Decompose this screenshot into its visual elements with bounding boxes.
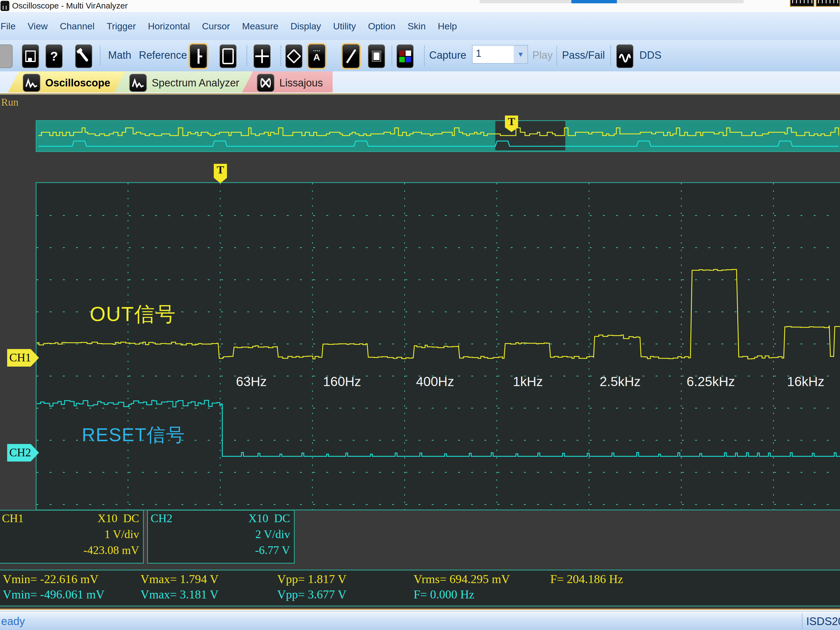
ch2-offset: -6.77 V: [255, 543, 290, 557]
run-status: Run: [1, 96, 18, 108]
ch1-measurement: F= 204.186 Hz: [550, 572, 623, 586]
ch1-measurement: Vmax= 1.794 V: [141, 572, 218, 586]
menu-item-utility[interactable]: Utility: [333, 21, 356, 32]
background-waveform-icon: [790, 0, 815, 7]
tab-bar: Oscilloscope Spectrum Analyzer Lissajous: [0, 71, 840, 95]
toolbar-separator: [246, 46, 247, 66]
menu-bar: FileViewChannelTriggerHorizontalCursorMe…: [0, 12, 840, 40]
line-draw-button[interactable]: [343, 44, 360, 68]
spectrum-icon: [129, 74, 147, 92]
help-icon: ?: [50, 49, 58, 64]
chevron-down-icon[interactable]: ▼: [514, 46, 527, 63]
toolbar-separator: [392, 46, 392, 66]
help-button[interactable]: ?: [46, 44, 63, 68]
toolbar: ? Math Reference A Capture 1 ▼ Play Pass…: [0, 40, 840, 72]
ch2-ground-marker[interactable]: CH2: [7, 444, 39, 461]
ch1-measurement: Vmin= -22.616 mV: [3, 572, 98, 586]
acquisition-overview-strip[interactable]: [36, 120, 840, 152]
status-separator: [802, 613, 802, 629]
trigger-marker-main[interactable]: T: [214, 164, 227, 183]
color-settings-button[interactable]: [396, 44, 414, 68]
save-icon: [25, 51, 36, 62]
tab-divider-gold: [0, 93, 840, 95]
menu-item-measure[interactable]: Measure: [242, 21, 278, 32]
menu-item-help[interactable]: Help: [438, 21, 457, 32]
pass-fail-button[interactable]: Pass/Fail: [562, 49, 605, 61]
ready-status: eady: [1, 615, 25, 627]
menu-item-skin[interactable]: Skin: [407, 21, 426, 32]
freq-label: 160Hz: [323, 374, 361, 389]
toolbar-separator: [100, 46, 100, 66]
ch1-ground-marker[interactable]: CH1: [7, 349, 39, 366]
cursor-mode-button[interactable]: [190, 44, 207, 68]
menu-item-trigger[interactable]: Trigger: [107, 21, 136, 32]
oscilloscope-icon: [23, 74, 40, 92]
ch1-info-panel[interactable]: CH1 X10 DC 1 V/div -423.08 mV: [0, 510, 144, 564]
wave-a-icon: A: [313, 50, 320, 63]
ch2-probe-coupling: X10 DC: [248, 512, 290, 525]
save-button[interactable]: [22, 44, 39, 68]
dds-label: DDS: [639, 49, 662, 61]
menu-item-cursor[interactable]: Cursor: [202, 21, 230, 32]
settings-button[interactable]: [75, 44, 92, 68]
math-button[interactable]: Math: [108, 49, 131, 61]
freq-label: 2.5kHz: [600, 374, 641, 389]
autoset-button[interactable]: [254, 44, 271, 68]
xy-mode-button[interactable]: [286, 44, 302, 68]
freq-label: 1kHz: [513, 374, 543, 389]
ch2-info-panel[interactable]: CH2 X10 DC 2 V/div -6.77 V: [147, 510, 295, 564]
toolbar-separator: [424, 46, 425, 66]
menu-item-display[interactable]: Display: [291, 21, 321, 32]
ch2-volts-per-div: 2 V/div: [256, 527, 290, 541]
waveform-display[interactable]: [36, 182, 840, 510]
ch1-measurement: Vpp= 1.817 V: [277, 572, 347, 586]
ch2-measurement: Vmin= -496.061 mV: [3, 587, 104, 602]
menu-item-option[interactable]: Option: [368, 21, 395, 32]
ch1-offset: -423.08 mV: [84, 543, 139, 557]
freq-label: 6.25kHz: [687, 374, 735, 389]
toolbar-separator: [557, 46, 557, 66]
diagonal-line-icon: [346, 49, 356, 63]
reset-signal-annotation: RESET信号: [82, 423, 185, 447]
screen-icon: [222, 48, 234, 64]
menu-item-file[interactable]: File: [0, 21, 16, 32]
autoset-icon: [255, 49, 269, 63]
tab-spectrum-analyzer[interactable]: Spectrum Analyzer: [113, 71, 258, 95]
dds-button[interactable]: [616, 44, 633, 68]
diamond-icon: [286, 49, 301, 64]
toolbar-separator: [610, 46, 611, 66]
stop-icon: [374, 52, 379, 60]
open-file-button[interactable]: [0, 44, 13, 68]
ch1-measurement: Vrms= 694.295 mV: [414, 572, 510, 586]
stop-button[interactable]: [368, 44, 385, 68]
menu-item-horizontal[interactable]: Horizontal: [148, 21, 190, 32]
lissajous-icon: [257, 74, 275, 92]
title-bar: Oscilloscope - Multi VirAnalyzer: [0, 0, 840, 12]
ch2-measurement: Vpp= 3.677 V: [277, 587, 347, 602]
menu-item-channel[interactable]: Channel: [60, 21, 95, 32]
measurement-bar: Vmin= -22.616 mVVmax= 1.794 VVpp= 1.817 …: [0, 570, 840, 606]
vertical-cursor-icon: [197, 49, 199, 64]
menu-item-view[interactable]: View: [28, 21, 48, 32]
freq-label: 63Hz: [236, 374, 267, 389]
tab-lissajous[interactable]: Lissajous: [241, 71, 333, 95]
status-bar: eady ISDS205: [0, 611, 840, 630]
ch1-panel-name: CH1: [2, 512, 24, 525]
waveform-annotation-button[interactable]: A: [308, 44, 325, 68]
wrench-icon: [79, 51, 88, 62]
ch2-panel-name: CH2: [151, 512, 172, 525]
toolbar-separator: [281, 46, 281, 66]
ch2-measurement: Vmax= 3.181 V: [141, 587, 218, 602]
out-signal-annotation: OUT信号: [90, 301, 176, 328]
capture-label: Capture: [429, 49, 466, 61]
window-title: Oscilloscope - Multi VirAnalyzer: [12, 1, 128, 10]
tab-oscilloscope[interactable]: Oscilloscope: [7, 71, 130, 95]
app-icon: [0, 1, 9, 11]
play-button[interactable]: Play: [532, 49, 553, 61]
capture-count-value: 1: [472, 46, 514, 63]
freq-label: 400Hz: [416, 374, 454, 389]
reference-button[interactable]: Reference: [139, 49, 187, 61]
full-screen-button[interactable]: [219, 44, 237, 68]
capture-count-select[interactable]: 1 ▼: [472, 45, 528, 64]
background-waveform-icon: [816, 0, 840, 7]
